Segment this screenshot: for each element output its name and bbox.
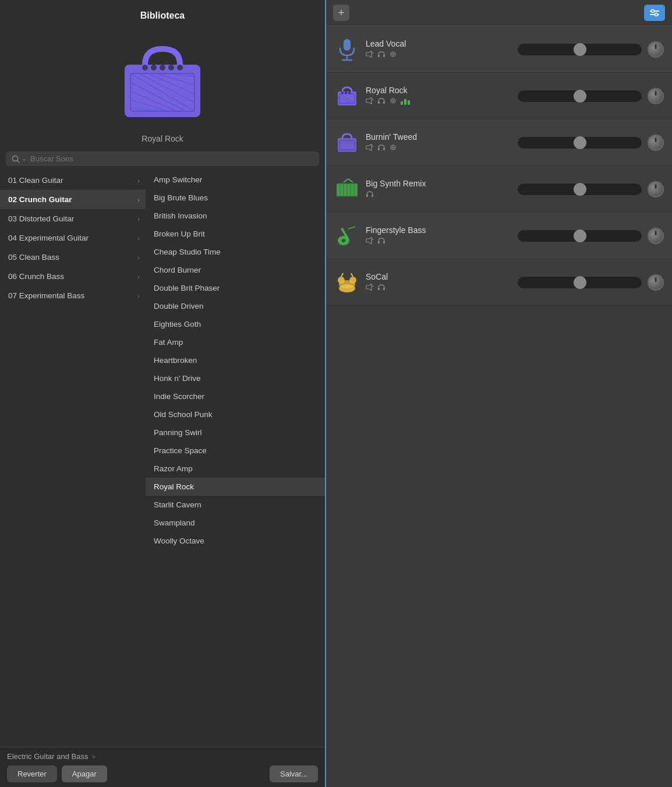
delete-button[interactable]: Apagar	[62, 765, 107, 782]
category-label: 05 Clean Bass	[8, 253, 59, 262]
preset-item[interactable]: Indie Scorcher	[146, 387, 325, 405]
preset-item[interactable]: Big Brute Blues	[146, 189, 325, 207]
volume-thumb[interactable]	[574, 136, 586, 149]
volume-knob[interactable]	[648, 228, 664, 244]
headphone-icon[interactable]	[377, 97, 385, 106]
preset-item[interactable]: Double Driven	[146, 297, 325, 315]
preset-item[interactable]: Amp Switcher	[146, 171, 325, 189]
bottom-bar: Electric Guitar and Bass > Reverter Apag…	[0, 747, 325, 787]
volume-slider[interactable]	[518, 90, 642, 102]
volume-thumb[interactable]	[574, 276, 586, 289]
svg-rect-28	[383, 55, 385, 57]
headphone-icon[interactable]	[377, 237, 385, 246]
volume-slider[interactable]	[518, 183, 642, 195]
svg-point-38	[348, 91, 351, 94]
headphone-icon[interactable]	[377, 284, 385, 292]
category-item-04[interactable]: 04 Experimental Guitar›	[0, 228, 146, 248]
category-chevron: ›	[137, 196, 140, 203]
preset-item[interactable]: Honk n' Drive	[146, 369, 325, 387]
volume-thumb[interactable]	[574, 90, 586, 103]
track-icon-drums	[334, 270, 360, 295]
svg-rect-41	[378, 101, 380, 104]
track-controls	[366, 284, 512, 292]
svg-point-21	[655, 13, 658, 16]
volume-knob[interactable]	[648, 181, 664, 197]
volume-thumb[interactable]	[574, 230, 586, 242]
preset-item[interactable]: Old School Punk	[146, 405, 325, 424]
volume-slider[interactable]	[518, 137, 642, 149]
revert-button[interactable]: Reverter	[7, 765, 57, 782]
mute-icon[interactable]	[366, 144, 374, 153]
preset-item[interactable]: Broken Up Brit	[146, 225, 325, 243]
smart-controls-button[interactable]	[644, 5, 665, 21]
category-chevron: ›	[137, 216, 140, 223]
svg-marker-71	[366, 237, 372, 244]
add-track-button[interactable]: +	[333, 5, 349, 21]
svg-rect-83	[378, 288, 380, 290]
preset-item[interactable]: Razor Amp	[146, 460, 325, 478]
track-volume	[518, 228, 664, 244]
volume-slider[interactable]	[518, 277, 642, 288]
category-item-02[interactable]: 02 Crunch Guitar›	[0, 190, 146, 209]
search-input[interactable]	[30, 154, 313, 163]
level-bar	[408, 100, 410, 105]
preset-item[interactable]: British Invasion	[146, 207, 325, 225]
preset-item[interactable]: Swampland	[146, 514, 325, 532]
send-icon[interactable]	[389, 97, 397, 106]
preset-item[interactable]: Chord Burner	[146, 261, 325, 279]
send-icon[interactable]	[389, 144, 397, 153]
svg-line-70	[348, 227, 355, 229]
volume-slider[interactable]	[518, 230, 642, 242]
preset-item[interactable]: Heartbroken	[146, 351, 325, 369]
category-item-07[interactable]: 07 Experimental Bass›	[0, 286, 146, 305]
category-chevron: ›	[137, 254, 140, 261]
mute-icon[interactable]	[366, 97, 374, 106]
volume-thumb[interactable]	[574, 183, 586, 196]
category-item-03[interactable]: 03 Distorted Guitar›	[0, 209, 146, 228]
track-volume	[518, 88, 664, 104]
mute-icon[interactable]	[366, 237, 374, 246]
volume-slider[interactable]	[518, 44, 642, 55]
track-name: Big Synth Remix	[366, 179, 512, 188]
preset-item[interactable]: Woolly Octave	[146, 532, 325, 550]
send-icon[interactable]	[389, 51, 397, 59]
preset-item[interactable]: Fat Amp	[146, 333, 325, 351]
mute-icon[interactable]	[366, 51, 374, 59]
svg-point-20	[652, 10, 655, 13]
volume-thumb[interactable]	[574, 43, 586, 56]
mute-icon[interactable]	[366, 284, 374, 292]
category-label: 07 Experimental Bass	[8, 291, 84, 300]
category-item-06[interactable]: 06 Crunch Bass›	[0, 267, 146, 286]
svg-line-64	[348, 179, 353, 182]
preset-item[interactable]: Eighties Goth	[146, 315, 325, 333]
track-volume	[518, 41, 664, 58]
category-item-01[interactable]: 01 Clean Guitar›	[0, 171, 146, 190]
svg-marker-81	[366, 284, 372, 291]
tracks-container: Lead Vocal	[326, 26, 672, 306]
preset-item[interactable]: Practice Space	[146, 442, 325, 460]
svg-line-72	[372, 239, 373, 240]
headphone-icon[interactable]	[377, 51, 385, 59]
svg-point-36	[341, 91, 344, 94]
svg-rect-66	[372, 195, 373, 197]
save-button[interactable]: Salvar...	[270, 765, 318, 782]
preset-item[interactable]: Panning Swirl	[146, 424, 325, 442]
svg-line-17	[17, 160, 20, 163]
volume-knob[interactable]	[648, 41, 664, 58]
volume-knob[interactable]	[648, 274, 664, 291]
category-label: 04 Experimental Guitar	[8, 234, 89, 242]
content-area: 01 Clean Guitar›02 Crunch Guitar›03 Dist…	[0, 171, 325, 747]
preset-item[interactable]: Double Brit Phaser	[146, 279, 325, 297]
preset-item[interactable]: Starlit Cavern	[146, 496, 325, 514]
svg-rect-50	[378, 148, 380, 150]
preset-item[interactable]: Cheap Studio Time	[146, 243, 325, 261]
headphone-icon[interactable]	[366, 190, 374, 199]
level-bar	[401, 101, 403, 105]
volume-knob[interactable]	[648, 88, 664, 104]
preset-item[interactable]: Royal Rock	[146, 478, 325, 496]
headphone-icon[interactable]	[377, 144, 385, 153]
category-item-05[interactable]: 05 Clean Bass›	[0, 248, 146, 267]
volume-knob[interactable]	[648, 135, 664, 151]
track-row: Big Synth Remix	[326, 166, 672, 213]
track-row: Lead Vocal	[326, 26, 672, 73]
